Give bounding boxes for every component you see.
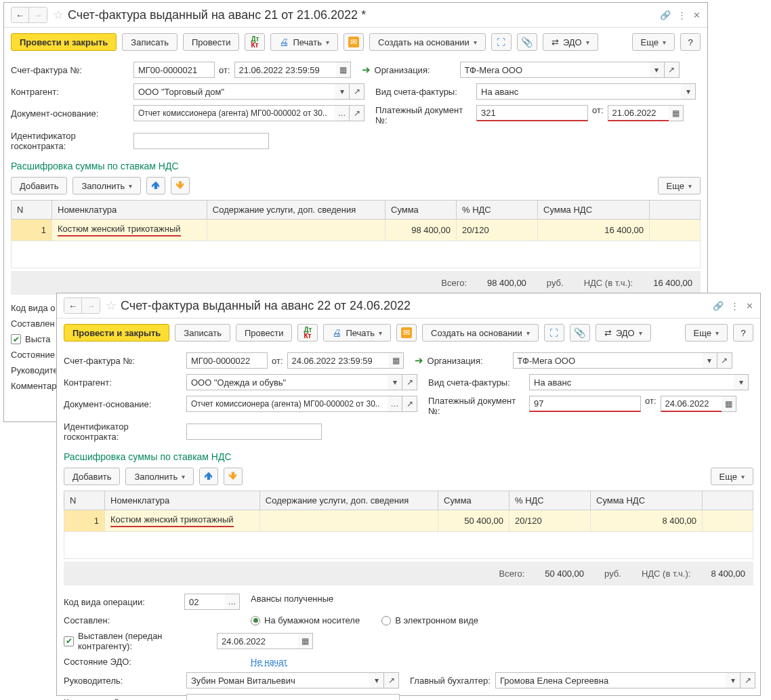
dropdown-button[interactable]: ▾	[335, 83, 350, 100]
ellipsis-button[interactable]: …	[388, 396, 402, 412]
star-icon[interactable]: ☆	[53, 7, 64, 22]
calendar-button[interactable]: ▦	[669, 105, 684, 121]
nav-forward-button[interactable]: →	[82, 298, 100, 313]
invoice-no-input[interactable]: МГ00-0000021	[133, 62, 215, 78]
menu-icon[interactable]: ⋮	[678, 10, 686, 20]
table-row[interactable]: 1 Костюм женский трикотажный 98 400,00 2…	[12, 220, 701, 241]
add-button[interactable]: Добавить	[11, 177, 67, 194]
print-button[interactable]: 🖨Печать▾	[270, 33, 338, 51]
menu-icon[interactable]: ⋮	[730, 301, 739, 311]
post-button[interactable]: Провести	[236, 324, 293, 342]
attach-button[interactable]: 📎	[517, 33, 537, 51]
star-icon[interactable]: ☆	[106, 298, 117, 313]
calendar-button[interactable]: ▦	[389, 352, 404, 369]
attach-button[interactable]: 📎	[570, 324, 590, 342]
open-button[interactable]: ↗	[350, 83, 364, 100]
kontr-input[interactable]: ООО "Одежда и обувь"	[186, 374, 388, 390]
paper-radio[interactable]	[251, 616, 260, 625]
move-up-button[interactable]: 🡹	[146, 177, 165, 194]
open-button[interactable]: ↗	[665, 62, 680, 78]
link-icon[interactable]: 🔗	[660, 10, 671, 20]
org-input[interactable]: ТФ-Мега ООО	[460, 62, 650, 78]
table-more-button[interactable]: Еще ▾	[658, 177, 701, 194]
issued-checkbox[interactable]	[64, 636, 74, 646]
gos-id-input[interactable]	[133, 133, 269, 149]
issued-checkbox[interactable]	[11, 334, 21, 344]
dropdown-button[interactable]: ▾	[650, 62, 665, 78]
calendar-button[interactable]: ▦	[336, 62, 351, 78]
dropdown-button[interactable]: ▾	[726, 672, 741, 688]
dtkt-button[interactable]: ДтКт	[245, 33, 265, 51]
dtkt-button[interactable]: ДтКт	[297, 324, 318, 342]
edo-button[interactable]: ⇄ЭДО▾	[596, 324, 651, 342]
print-button[interactable]: 🖨Печать▾	[323, 324, 391, 342]
table-row[interactable]: 1 Костюм женский трикотажный 50 400,00 2…	[64, 510, 753, 532]
create-base-button[interactable]: Создать на основании▾	[369, 33, 486, 51]
table-row[interactable]	[64, 532, 753, 559]
create-base-button[interactable]: Создать на основании▾	[422, 324, 539, 342]
open-button[interactable]: ↗	[402, 396, 417, 412]
date-input[interactable]: 24.06.2022 23:59:59	[287, 352, 389, 369]
open-button[interactable]: ↗	[350, 105, 364, 121]
go-icon[interactable]: ➔	[415, 354, 423, 367]
post-close-button[interactable]: Провести и закрыть	[11, 33, 117, 51]
fill-button[interactable]: Заполнить ▾	[72, 177, 141, 194]
dropdown-button[interactable]: ▾	[369, 672, 384, 688]
nav-back-button[interactable]: ←	[64, 298, 82, 313]
base-doc-input[interactable]: Отчет комиссионера (агента) МГ00-000002 …	[133, 105, 335, 121]
gos-id-input[interactable]	[186, 424, 322, 440]
nav-forward-button[interactable]: →	[29, 7, 47, 22]
dropdown-button[interactable]: ▾	[681, 83, 696, 100]
nds-table[interactable]: N Номенклатура Содержание услуги, доп. с…	[11, 200, 701, 268]
nds-table[interactable]: N Номенклатура Содержание услуги, доп. с…	[64, 491, 753, 559]
date-input[interactable]: 21.06.2022 23:59:59	[234, 62, 336, 78]
post-close-button[interactable]: Провести и закрыть	[64, 324, 169, 342]
more-button[interactable]: Еще▾	[685, 324, 728, 342]
link-icon[interactable]: 🔗	[713, 301, 724, 311]
issued-date-input[interactable]: 24.06.2022	[217, 633, 298, 649]
ellipsis-button[interactable]: …	[335, 105, 350, 121]
edo-state-link[interactable]: Не начат	[251, 657, 287, 667]
more-button[interactable]: Еще▾	[632, 33, 675, 51]
pay-date-input[interactable]: 21.06.2022	[608, 105, 669, 121]
go-icon[interactable]: ➔	[362, 64, 371, 76]
post-button[interactable]: Провести	[183, 33, 240, 51]
close-icon[interactable]: ✕	[746, 301, 753, 311]
base-doc-input[interactable]: Отчет комиссионера (агента) МГ00-000002 …	[186, 396, 388, 412]
director-input[interactable]: Зубин Роман Витальевич	[186, 672, 369, 688]
table-more-button[interactable]: Еще ▾	[711, 468, 753, 485]
open-button[interactable]: ↗	[384, 672, 399, 688]
write-button[interactable]: Записать	[122, 33, 178, 51]
add-button[interactable]: Добавить	[64, 468, 120, 485]
calendar-button[interactable]: ▦	[722, 396, 736, 412]
invoice-no-input[interactable]: МГ00-0000022	[186, 352, 268, 369]
electronic-radio[interactable]	[381, 616, 391, 625]
org-input[interactable]: ТФ-Мега ООО	[513, 352, 703, 369]
ellipsis-button[interactable]: …	[225, 594, 240, 610]
open-button[interactable]: ↗	[717, 352, 732, 369]
chief-acc-input[interactable]: Громова Елена Сергеевна	[495, 672, 726, 688]
help-button[interactable]: ?	[680, 33, 701, 51]
invoice-type-input[interactable]: На аванс	[476, 83, 681, 100]
dropdown-button[interactable]: ▾	[703, 352, 717, 369]
mail-button[interactable]: ✉	[343, 33, 364, 51]
pay-no-input[interactable]: 321	[476, 105, 588, 121]
move-up-button[interactable]: 🡹	[199, 468, 218, 485]
move-down-button[interactable]: 🡻	[224, 468, 243, 485]
table-row[interactable]	[12, 241, 701, 268]
kontr-input[interactable]: ООО "Торговый дом"	[133, 83, 335, 100]
dropdown-button[interactable]: ▾	[388, 374, 402, 390]
close-icon[interactable]: ✕	[693, 10, 701, 20]
calendar-button[interactable]: ▦	[298, 633, 313, 649]
write-button[interactable]: Записать	[175, 324, 230, 342]
open-button[interactable]: ↗	[402, 374, 417, 390]
nav-back-button[interactable]: ←	[12, 7, 29, 22]
invoice-type-input[interactable]: На аванс	[529, 374, 734, 390]
edo-button[interactable]: ⇄ЭДО▾	[543, 33, 598, 51]
open-button[interactable]: ↗	[741, 672, 755, 688]
dropdown-button[interactable]: ▾	[734, 374, 749, 390]
comment-input[interactable]	[186, 694, 400, 700]
op-code-input[interactable]: 02	[184, 594, 225, 610]
pay-date-input[interactable]: 24.06.2022	[661, 396, 722, 412]
mail-button[interactable]: ✉	[396, 324, 417, 342]
